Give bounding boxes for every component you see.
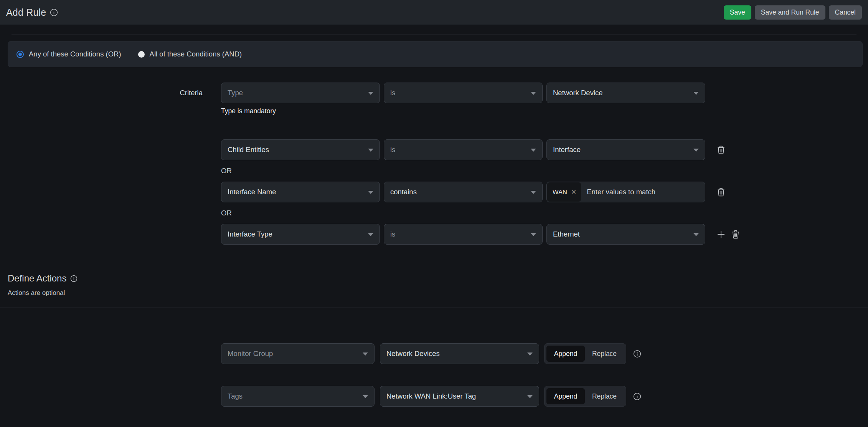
- replace-segment[interactable]: Replace: [585, 388, 624, 404]
- save-and-run-button[interactable]: Save and Run Rule: [755, 5, 825, 20]
- radio-selected-icon: [17, 51, 24, 58]
- action-1-value-dropdown[interactable]: Network Devices: [380, 343, 539, 364]
- action-2-value-dropdown[interactable]: Network WAN Link:User Tag: [380, 386, 539, 407]
- action-1-type-value: Monitor Group: [228, 349, 273, 358]
- criteria-3-field-value: Interface Name: [228, 188, 276, 196]
- add-criteria-button[interactable]: [717, 230, 725, 238]
- delete-criteria-4-button[interactable]: [731, 230, 740, 239]
- page-title: Add Rule: [6, 7, 46, 18]
- append-segment[interactable]: Append: [546, 346, 585, 362]
- info-icon[interactable]: [633, 392, 641, 401]
- append-segment[interactable]: Append: [546, 388, 585, 404]
- criteria-3-values-input[interactable]: WAN ✕ Enter values to match: [546, 182, 705, 202]
- condition-mode-panel: Any of these Conditions (OR) All of thes…: [8, 41, 863, 67]
- info-icon[interactable]: [50, 8, 58, 17]
- type-mandatory-note: Type is mandatory: [221, 107, 868, 115]
- action-row-2: Tags Network WAN Link:User Tag Append Re…: [0, 386, 868, 407]
- criteria-2-operator-value: is: [390, 146, 395, 154]
- action-2-value: Network WAN Link:User Tag: [386, 392, 476, 401]
- radio-all-conditions[interactable]: All of these Conditions (AND): [138, 50, 242, 58]
- delete-criteria-2-button[interactable]: [717, 145, 725, 154]
- criteria-1-value-dropdown[interactable]: Network Device: [546, 83, 705, 103]
- action-1-mode-toggle: Append Replace: [544, 343, 626, 364]
- remove-chip-icon[interactable]: ✕: [571, 188, 576, 196]
- actions-optional-note: Actions are optional: [8, 289, 868, 297]
- chevron-down-icon: [363, 395, 368, 398]
- criteria-4-value: Ethernet: [553, 230, 580, 238]
- top-bar-actions: Save Save and Run Rule Cancel: [724, 5, 862, 20]
- criteria-4-field-dropdown[interactable]: Interface Type: [221, 224, 380, 245]
- actions-divider: [0, 308, 868, 308]
- chevron-down-icon: [363, 353, 368, 356]
- criteria-3-field-dropdown[interactable]: Interface Name: [221, 182, 380, 202]
- criteria-1-value: Network Device: [553, 89, 603, 97]
- chevron-down-icon: [527, 395, 533, 398]
- or-connector-1: OR: [221, 167, 868, 175]
- add-rule-page: Add Rule Save Save and Run Rule Cancel A…: [0, 0, 868, 427]
- criteria-4-field-value: Interface Type: [228, 230, 272, 238]
- action-2-type-value: Tags: [228, 392, 243, 401]
- cancel-button[interactable]: Cancel: [829, 5, 862, 20]
- top-bar: Add Rule Save Save and Run Rule Cancel: [0, 0, 868, 25]
- top-divider: [12, 35, 856, 35]
- radio-unselected-icon: [138, 51, 145, 58]
- radio-any-label: Any of these Conditions (OR): [29, 50, 121, 58]
- value-chip: WAN ✕: [547, 182, 581, 202]
- radio-all-label: All of these Conditions (AND): [150, 50, 242, 58]
- action-1-type-dropdown[interactable]: Monitor Group: [221, 343, 375, 364]
- chevron-down-icon: [693, 233, 699, 236]
- criteria-2-field-value: Child Entities: [228, 146, 269, 154]
- chevron-down-icon: [531, 191, 536, 194]
- chevron-down-icon: [527, 353, 533, 356]
- chevron-down-icon: [368, 149, 373, 152]
- chevron-down-icon: [368, 191, 373, 194]
- criteria-label: Criteria: [0, 89, 221, 97]
- criteria-4-operator-value: is: [390, 230, 395, 238]
- criteria-3-operator-value: contains: [390, 188, 417, 196]
- criteria-2-field-dropdown[interactable]: Child Entities: [221, 139, 380, 160]
- criteria-1-field-value: Type: [228, 89, 243, 97]
- action-2-mode-toggle: Append Replace: [544, 386, 626, 407]
- action-row-1: Monitor Group Network Devices Append Rep…: [0, 343, 868, 364]
- or-connector-2: OR: [221, 209, 868, 217]
- define-actions-header: Define Actions: [8, 273, 868, 284]
- chevron-down-icon: [531, 149, 536, 152]
- save-button[interactable]: Save: [724, 5, 751, 20]
- criteria-4-value-dropdown[interactable]: Ethernet: [546, 224, 705, 245]
- define-actions-title: Define Actions: [8, 273, 66, 284]
- chevron-down-icon: [693, 92, 699, 95]
- chevron-down-icon: [693, 149, 699, 152]
- chevron-down-icon: [368, 233, 373, 236]
- value-chip-label: WAN: [553, 189, 567, 196]
- action-1-value: Network Devices: [386, 349, 440, 358]
- criteria-2-value-dropdown[interactable]: Interface: [546, 139, 705, 160]
- radio-any-conditions[interactable]: Any of these Conditions (OR): [17, 50, 121, 58]
- chevron-down-icon: [368, 92, 373, 95]
- criteria-row-3: Interface Name contains WAN ✕ Enter valu…: [0, 182, 868, 202]
- criteria-row-1: Criteria Type is Network Device: [0, 83, 868, 103]
- criteria-4-operator-dropdown[interactable]: is: [384, 224, 543, 245]
- criteria-row-4: Interface Type is Ethernet: [0, 224, 868, 245]
- replace-segment[interactable]: Replace: [585, 346, 624, 362]
- criteria-2-operator-dropdown[interactable]: is: [384, 139, 543, 160]
- criteria-1-operator-dropdown[interactable]: is: [384, 83, 543, 103]
- criteria-row-2: Child Entities is Interface: [0, 139, 868, 160]
- delete-criteria-3-button[interactable]: [717, 187, 725, 197]
- action-2-type-dropdown[interactable]: Tags: [221, 386, 375, 407]
- chevron-down-icon: [531, 92, 536, 95]
- criteria-2-value: Interface: [553, 146, 581, 154]
- page-title-group: Add Rule: [6, 7, 58, 18]
- criteria-3-operator-dropdown[interactable]: contains: [384, 182, 543, 202]
- info-icon[interactable]: [633, 350, 641, 358]
- info-icon[interactable]: [70, 275, 78, 282]
- values-input-placeholder: Enter values to match: [587, 188, 655, 196]
- criteria-1-field-dropdown[interactable]: Type: [221, 83, 380, 103]
- criteria-1-operator-value: is: [390, 89, 395, 97]
- chevron-down-icon: [531, 233, 536, 236]
